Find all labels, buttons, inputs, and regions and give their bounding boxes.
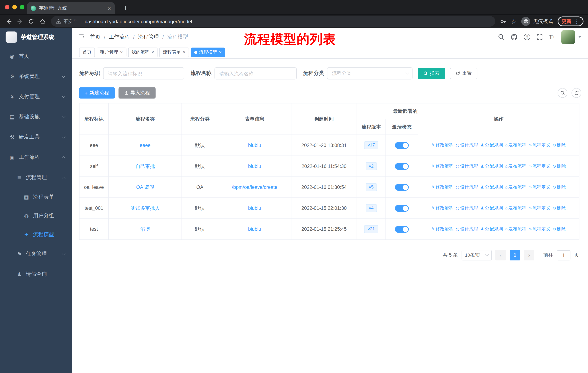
sidebar-item-process-model[interactable]: ✈流程模型 — [0, 225, 72, 244]
import-process-button[interactable]: 导入流程 — [118, 87, 156, 99]
home-icon[interactable] — [37, 16, 48, 27]
assign-rules-button[interactable]: ♟分配规则 — [481, 163, 503, 169]
goto-page-input[interactable] — [557, 250, 570, 260]
publish-process-button[interactable]: ☝发布流程 — [505, 184, 526, 190]
design-process-button[interactable]: ◎设计流程 — [456, 226, 478, 232]
minimize-window-button[interactable] — [12, 5, 17, 10]
activation-toggle[interactable] — [395, 142, 409, 149]
modify-process-button[interactable]: ✎修改流程 — [431, 163, 454, 169]
address-bar[interactable]: 不安全 | dashboard.yudao.iocoder.cn/bpm/man… — [51, 16, 495, 27]
close-window-button[interactable] — [5, 5, 10, 10]
process-name-link[interactable]: 自己审批 — [136, 163, 155, 169]
search-button[interactable]: 搜索 — [418, 68, 445, 79]
delete-button[interactable]: ⊘删除 — [553, 226, 566, 232]
design-process-button[interactable]: ◎设计流程 — [456, 205, 478, 211]
back-icon[interactable] — [3, 16, 14, 27]
collapse-sidebar-icon[interactable] — [78, 33, 85, 40]
modify-process-button[interactable]: ✎修改流程 — [431, 184, 454, 190]
breadcrumb-item[interactable]: 首页 — [90, 33, 101, 40]
close-icon[interactable]: × — [120, 50, 123, 55]
sidebar-item-home[interactable]: ◉首页 — [0, 46, 72, 66]
tag-我的流程[interactable]: 我的流程× — [128, 47, 158, 57]
bookmark-star-icon[interactable]: ☆ — [511, 18, 516, 25]
activation-toggle[interactable] — [395, 163, 409, 170]
github-icon[interactable] — [511, 33, 517, 40]
user-avatar[interactable] — [561, 30, 575, 44]
sidebar-item-dev-tools[interactable]: ⚒研发工具 — [0, 127, 72, 147]
delete-button[interactable]: ⊘删除 — [553, 184, 566, 190]
forward-icon[interactable] — [14, 16, 26, 27]
maximize-window-button[interactable] — [20, 5, 24, 10]
activation-toggle[interactable] — [395, 205, 409, 212]
process-definition-button[interactable]: ∞流程定义 — [529, 205, 550, 211]
design-process-button[interactable]: ◎设计流程 — [456, 142, 478, 148]
assign-rules-button[interactable]: ♟分配规则 — [481, 226, 503, 232]
process-name-link[interactable]: eeee — [140, 142, 151, 148]
sidebar-item-user-group[interactable]: ◍用户分组 — [0, 207, 72, 225]
process-definition-button[interactable]: ∞流程定义 — [529, 226, 550, 232]
assign-rules-button[interactable]: ♟分配规则 — [481, 205, 503, 211]
sidebar-item-leave-query[interactable]: ♟请假查询 — [0, 264, 72, 284]
delete-button[interactable]: ⊘删除 — [553, 205, 566, 211]
activation-toggle[interactable] — [395, 226, 409, 232]
key-icon[interactable] — [500, 18, 506, 25]
next-page-button[interactable]: › — [524, 250, 535, 261]
reload-icon[interactable] — [26, 16, 37, 27]
new-tab-button[interactable]: + — [121, 3, 130, 13]
process-name-input[interactable] — [215, 67, 297, 80]
process-key-input[interactable] — [103, 67, 184, 80]
form-info-link[interactable]: biubiu — [248, 226, 261, 232]
close-icon[interactable]: × — [151, 50, 154, 55]
sidebar-item-workflow[interactable]: ▣工作流程 — [0, 147, 72, 168]
tag-流程表单[interactable]: 流程表单× — [159, 47, 189, 57]
close-icon[interactable]: × — [183, 50, 186, 55]
browser-update-button[interactable]: 更新 ⋮ — [557, 17, 583, 26]
help-icon[interactable]: ? — [524, 34, 530, 40]
tag-流程模型[interactable]: 流程模型× — [191, 47, 225, 57]
process-name-link[interactable]: OA 请假 — [136, 184, 154, 190]
fullscreen-icon[interactable] — [537, 34, 543, 40]
assign-rules-button[interactable]: ♟分配规则 — [481, 184, 503, 190]
assign-rules-button[interactable]: ♟分配规则 — [481, 142, 503, 148]
page-number-button[interactable]: 1 — [510, 250, 520, 261]
modify-process-button[interactable]: ✎修改流程 — [431, 226, 454, 232]
publish-process-button[interactable]: ☝发布流程 — [505, 142, 526, 148]
create-process-button[interactable]: + 新建流程 — [79, 87, 115, 99]
sidebar-item-process-form[interactable]: ▦流程表单 — [0, 188, 72, 207]
modify-process-button[interactable]: ✎修改流程 — [431, 205, 454, 211]
sidebar-item-process-management[interactable]: ≣流程管理 — [0, 168, 72, 188]
search-icon[interactable] — [498, 34, 504, 40]
reset-button[interactable]: 重置 — [450, 68, 477, 79]
process-name-link[interactable]: 滔博 — [140, 226, 150, 232]
modify-process-button[interactable]: ✎修改流程 — [431, 142, 454, 148]
toggle-search-icon[interactable] — [557, 88, 567, 98]
sidebar-item-infrastructure[interactable]: ▤基础设施 — [0, 107, 72, 127]
form-info-link[interactable]: biubiu — [248, 142, 261, 148]
process-definition-button[interactable]: ∞流程定义 — [529, 163, 550, 169]
browser-tab[interactable]: 芋道管理系统 × — [27, 2, 115, 14]
process-definition-button[interactable]: ∞流程定义 — [529, 142, 550, 148]
delete-button[interactable]: ⊘删除 — [553, 163, 566, 169]
form-info-link[interactable]: biubiu — [248, 205, 261, 211]
publish-process-button[interactable]: ☝发布流程 — [505, 205, 526, 211]
design-process-button[interactable]: ◎设计流程 — [456, 163, 478, 169]
font-size-icon[interactable]: TT — [549, 33, 555, 40]
publish-process-button[interactable]: ☝发布流程 — [505, 226, 526, 232]
security-chip[interactable]: 不安全 — [56, 18, 77, 25]
activation-toggle[interactable] — [395, 184, 409, 191]
process-definition-button[interactable]: ∞流程定义 — [529, 184, 550, 190]
refresh-icon[interactable] — [571, 88, 581, 98]
tag-首页[interactable]: 首页 — [79, 47, 95, 57]
process-name-link[interactable]: 测试多审批人 — [130, 205, 160, 211]
breadcrumb-item[interactable]: 工作流程 — [109, 33, 130, 40]
tag-租户管理[interactable]: 租户管理× — [97, 47, 126, 57]
page-size-select[interactable]: 10条/页 — [462, 250, 492, 261]
sidebar-item-task-management[interactable]: ⚑任务管理 — [0, 244, 72, 264]
browser-menu-icon[interactable]: ⋮ — [574, 18, 579, 24]
close-tab-icon[interactable]: × — [108, 5, 111, 11]
form-info-link[interactable]: /bpm/oa/leave/create — [232, 184, 277, 190]
process-category-select[interactable]: 流程分类 — [327, 67, 412, 80]
sidebar-item-system-management[interactable]: ⚙系统管理 — [0, 66, 72, 87]
publish-process-button[interactable]: ☝发布流程 — [505, 163, 526, 169]
sidebar-item-payment-management[interactable]: ¥支付管理 — [0, 87, 72, 107]
